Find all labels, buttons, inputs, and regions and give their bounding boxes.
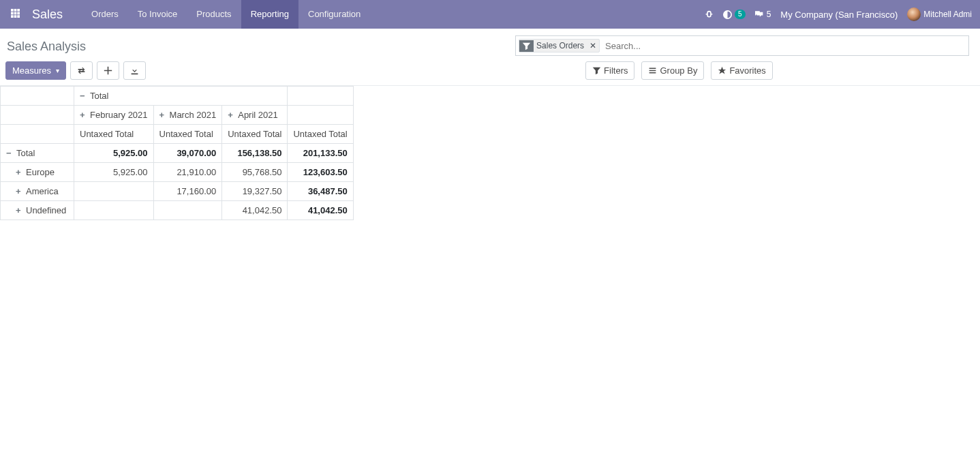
user-menu[interactable]: Mitchell Admi (907, 7, 972, 21)
row-header[interactable]: −Total (1, 144, 74, 163)
user-name: Mitchell Admi (923, 10, 972, 19)
company-switcher[interactable]: My Company (San Francisco) (780, 10, 898, 20)
funnel-icon (519, 40, 534, 52)
filter-chip-remove[interactable]: ✕ (587, 40, 599, 52)
pivot-row-total: 36,487.50 (288, 182, 353, 201)
pivot-row-total: 41,042.50 (288, 201, 353, 220)
menu-orders[interactable]: Orders (82, 0, 128, 29)
pivot-row-total: 201,133.50 (288, 144, 353, 163)
debug-icon[interactable] (705, 10, 714, 19)
plus-icon[interactable]: + (16, 186, 22, 196)
svg-rect-7 (14, 15, 17, 18)
row-header[interactable]: +America (1, 182, 74, 201)
funnel-icon (592, 66, 601, 75)
table-row: −Total5,925.0039,070.00156,138.50201,133… (1, 144, 354, 163)
pivot-cell: 19,327.50 (222, 182, 288, 201)
table-row: +America17,160.0019,327.5036,487.50 (1, 182, 354, 201)
brand[interactable]: Sales (25, 7, 70, 22)
searchbox[interactable]: Sales Orders ✕ (515, 35, 969, 56)
activity-badge: 5 (735, 10, 746, 19)
svg-rect-4 (14, 12, 17, 15)
col-header-total[interactable]: −Total (74, 87, 288, 106)
minus-icon[interactable]: − (80, 91, 87, 101)
pivot-cell: 156,138.50 (222, 144, 288, 163)
page-title: Sales Analysis (5, 40, 86, 54)
svg-rect-2 (17, 9, 20, 12)
pivot-cell: 39,070.00 (153, 144, 222, 163)
col-header-grand (288, 87, 353, 106)
col-header-month[interactable]: +April 2021 (222, 106, 288, 125)
star-icon (718, 66, 726, 75)
pivot-cell: 5,925.00 (74, 163, 154, 182)
plus-icon[interactable]: + (16, 205, 22, 215)
activity-icon[interactable]: 5 (723, 10, 746, 19)
expand-icon (104, 66, 112, 75)
svg-rect-1 (14, 9, 17, 12)
apps-icon[interactable] (5, 9, 25, 20)
swap-icon (77, 66, 86, 75)
pivot-container: −Total +February 2021 +March 2021 +April… (0, 86, 980, 220)
groupby-button[interactable]: Group By (641, 61, 704, 80)
svg-rect-8 (17, 15, 20, 18)
svg-rect-3 (11, 12, 14, 15)
download-button[interactable] (123, 61, 146, 80)
measures-button[interactable]: Measures (5, 61, 66, 80)
plus-icon[interactable]: + (159, 110, 166, 120)
measure-header[interactable]: Untaxed Total (288, 125, 353, 144)
row-header[interactable]: +Europe (1, 163, 74, 182)
flip-axis-button[interactable] (70, 61, 93, 80)
favorites-button[interactable]: Favorites (711, 61, 772, 80)
pivot-cell: 21,910.00 (153, 163, 222, 182)
expand-all-button[interactable] (97, 61, 119, 80)
pivot-cell: 5,925.00 (74, 144, 154, 163)
plus-icon[interactable]: + (228, 110, 234, 120)
menu-to-invoice[interactable]: To Invoice (128, 0, 187, 29)
row-header[interactable]: +Undefined (1, 201, 74, 220)
measure-header[interactable]: Untaxed Total (74, 125, 154, 144)
svg-rect-6 (11, 15, 14, 18)
pivot-cell (74, 182, 154, 201)
filter-chip-label: Sales Orders (534, 40, 587, 52)
messaging-icon[interactable]: 5 (755, 10, 771, 19)
measure-header[interactable]: Untaxed Total (222, 125, 288, 144)
table-row: +Undefined41,042.5041,042.50 (1, 201, 354, 220)
pivot-cell (74, 201, 154, 220)
filter-chip-sales-orders: Sales Orders ✕ (519, 39, 600, 52)
pivot-table: −Total +February 2021 +March 2021 +April… (0, 86, 354, 220)
svg-rect-0 (11, 9, 14, 12)
pivot-cell: 95,768.50 (222, 163, 288, 182)
control-panel: Sales Analysis Sales Orders ✕ Measures (0, 29, 980, 86)
plus-icon[interactable]: + (80, 110, 87, 120)
search-input[interactable] (602, 40, 966, 52)
col-header-month[interactable]: +February 2021 (74, 106, 154, 125)
pivot-cell: 17,160.00 (153, 182, 222, 201)
measure-header[interactable]: Untaxed Total (153, 125, 222, 144)
pivot-corner (1, 87, 74, 106)
menu-configuration[interactable]: Configuration (298, 0, 370, 29)
pivot-cell (153, 201, 222, 220)
menu-products[interactable]: Products (187, 0, 241, 29)
table-row: +Europe5,925.0021,910.0095,768.50123,603… (1, 163, 354, 182)
svg-rect-5 (17, 12, 20, 15)
minus-icon[interactable]: − (6, 148, 13, 158)
messaging-badge: 5 (767, 10, 771, 19)
pivot-cell: 41,042.50 (222, 201, 288, 220)
col-header-month[interactable]: +March 2021 (153, 106, 222, 125)
download-icon (130, 66, 139, 75)
pivot-row-total: 123,603.50 (288, 163, 353, 182)
navbar: Sales Orders To Invoice Products Reporti… (0, 0, 980, 29)
list-icon (648, 66, 657, 75)
filters-button[interactable]: Filters (585, 61, 634, 80)
plus-icon[interactable]: + (16, 167, 22, 177)
menu-reporting[interactable]: Reporting (241, 0, 298, 29)
avatar (907, 7, 921, 21)
